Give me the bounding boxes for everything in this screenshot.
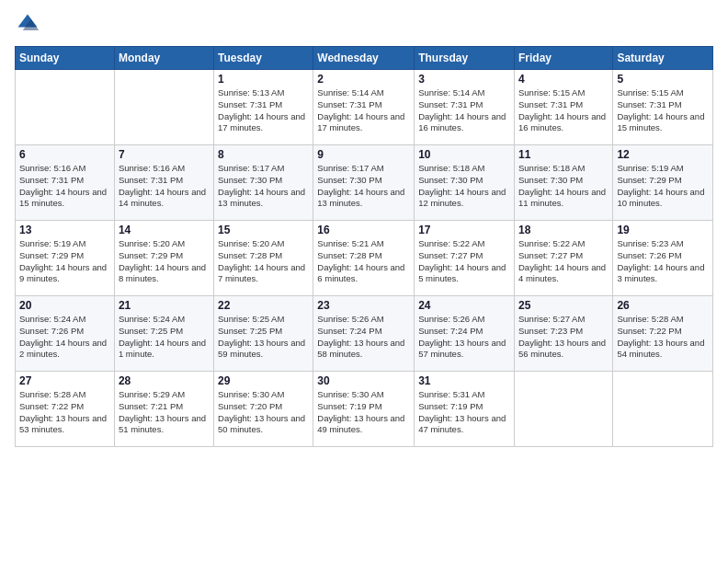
calendar-cell (16, 70, 115, 145)
day-number: 25 (518, 299, 609, 312)
page: SundayMondayTuesdayWednesdayThursdayFrid… (0, 0, 728, 563)
day-number: 31 (418, 374, 510, 387)
day-number: 16 (317, 224, 410, 236)
day-number: 28 (119, 374, 210, 387)
calendar-cell: 9Sunrise: 5:17 AM Sunset: 7:30 PM Daylig… (313, 145, 415, 221)
calendar-cell: 19Sunrise: 5:23 AM Sunset: 7:26 PM Dayli… (613, 221, 713, 296)
weekday-header: Tuesday (214, 47, 313, 70)
calendar-week-row: 6Sunrise: 5:16 AM Sunset: 7:31 PM Daylig… (16, 145, 713, 221)
calendar-cell: 6Sunrise: 5:16 AM Sunset: 7:31 PM Daylig… (16, 145, 115, 221)
calendar-week-row: 20Sunrise: 5:24 AM Sunset: 7:26 PM Dayli… (16, 296, 713, 372)
calendar: SundayMondayTuesdayWednesdayThursdayFrid… (15, 46, 713, 447)
day-info: Sunrise: 5:18 AM Sunset: 7:30 PM Dayligh… (518, 163, 609, 210)
day-number: 20 (19, 299, 110, 312)
calendar-cell: 27Sunrise: 5:28 AM Sunset: 7:22 PM Dayli… (16, 372, 115, 447)
day-number: 15 (218, 224, 309, 236)
day-info: Sunrise: 5:25 AM Sunset: 7:25 PM Dayligh… (218, 314, 309, 361)
calendar-cell: 22Sunrise: 5:25 AM Sunset: 7:25 PM Dayli… (214, 296, 313, 372)
day-info: Sunrise: 5:29 AM Sunset: 7:21 PM Dayligh… (119, 389, 210, 436)
calendar-cell: 20Sunrise: 5:24 AM Sunset: 7:26 PM Dayli… (16, 296, 115, 372)
calendar-cell: 7Sunrise: 5:16 AM Sunset: 7:31 PM Daylig… (114, 145, 213, 221)
day-info: Sunrise: 5:24 AM Sunset: 7:26 PM Dayligh… (19, 314, 110, 361)
calendar-cell: 30Sunrise: 5:30 AM Sunset: 7:19 PM Dayli… (313, 372, 415, 447)
day-info: Sunrise: 5:13 AM Sunset: 7:31 PM Dayligh… (218, 87, 309, 134)
day-number: 21 (119, 299, 210, 312)
day-number: 29 (218, 374, 309, 387)
day-info: Sunrise: 5:22 AM Sunset: 7:27 PM Dayligh… (418, 238, 510, 285)
day-info: Sunrise: 5:26 AM Sunset: 7:24 PM Dayligh… (418, 314, 510, 361)
calendar-cell: 8Sunrise: 5:17 AM Sunset: 7:30 PM Daylig… (214, 145, 313, 221)
day-number: 9 (317, 148, 410, 161)
calendar-week-row: 13Sunrise: 5:19 AM Sunset: 7:29 PM Dayli… (16, 221, 713, 296)
day-info: Sunrise: 5:20 AM Sunset: 7:28 PM Dayligh… (218, 238, 309, 285)
day-number: 18 (518, 224, 609, 236)
logo (15, 11, 44, 37)
day-info: Sunrise: 5:17 AM Sunset: 7:30 PM Dayligh… (317, 163, 410, 210)
day-info: Sunrise: 5:23 AM Sunset: 7:26 PM Dayligh… (617, 238, 709, 285)
day-info: Sunrise: 5:20 AM Sunset: 7:29 PM Dayligh… (119, 238, 210, 285)
calendar-cell: 31Sunrise: 5:31 AM Sunset: 7:19 PM Dayli… (415, 372, 515, 447)
day-number: 7 (119, 148, 210, 161)
day-number: 11 (518, 148, 609, 161)
calendar-cell: 11Sunrise: 5:18 AM Sunset: 7:30 PM Dayli… (514, 145, 612, 221)
calendar-cell: 28Sunrise: 5:29 AM Sunset: 7:21 PM Dayli… (114, 372, 213, 447)
day-info: Sunrise: 5:31 AM Sunset: 7:19 PM Dayligh… (418, 389, 510, 436)
calendar-cell: 26Sunrise: 5:28 AM Sunset: 7:22 PM Dayli… (613, 296, 713, 372)
day-number: 26 (617, 299, 709, 312)
day-info: Sunrise: 5:28 AM Sunset: 7:22 PM Dayligh… (19, 389, 110, 436)
day-info: Sunrise: 5:15 AM Sunset: 7:31 PM Dayligh… (617, 87, 709, 134)
calendar-week-row: 1Sunrise: 5:13 AM Sunset: 7:31 PM Daylig… (16, 70, 713, 145)
day-number: 12 (617, 148, 709, 161)
day-info: Sunrise: 5:28 AM Sunset: 7:22 PM Dayligh… (617, 314, 709, 361)
calendar-cell: 25Sunrise: 5:27 AM Sunset: 7:23 PM Dayli… (514, 296, 612, 372)
calendar-cell: 5Sunrise: 5:15 AM Sunset: 7:31 PM Daylig… (613, 70, 713, 145)
weekday-header: Sunday (16, 47, 115, 70)
day-info: Sunrise: 5:17 AM Sunset: 7:30 PM Dayligh… (218, 163, 309, 210)
day-number: 23 (317, 299, 410, 312)
calendar-cell: 14Sunrise: 5:20 AM Sunset: 7:29 PM Dayli… (114, 221, 213, 296)
day-info: Sunrise: 5:24 AM Sunset: 7:25 PM Dayligh… (119, 314, 210, 361)
day-info: Sunrise: 5:19 AM Sunset: 7:29 PM Dayligh… (19, 238, 110, 285)
weekday-header: Saturday (613, 47, 713, 70)
day-number: 1 (218, 73, 309, 86)
day-number: 19 (617, 224, 709, 236)
calendar-cell: 16Sunrise: 5:21 AM Sunset: 7:28 PM Dayli… (313, 221, 415, 296)
calendar-cell: 18Sunrise: 5:22 AM Sunset: 7:27 PM Dayli… (514, 221, 612, 296)
day-number: 8 (218, 148, 309, 161)
calendar-cell: 23Sunrise: 5:26 AM Sunset: 7:24 PM Dayli… (313, 296, 415, 372)
calendar-cell: 15Sunrise: 5:20 AM Sunset: 7:28 PM Dayli… (214, 221, 313, 296)
day-info: Sunrise: 5:22 AM Sunset: 7:27 PM Dayligh… (518, 238, 609, 285)
calendar-cell: 3Sunrise: 5:14 AM Sunset: 7:31 PM Daylig… (415, 70, 515, 145)
weekday-header: Wednesday (313, 47, 415, 70)
calendar-cell: 4Sunrise: 5:15 AM Sunset: 7:31 PM Daylig… (514, 70, 612, 145)
day-number: 27 (19, 374, 110, 387)
day-number: 24 (418, 299, 510, 312)
calendar-cell: 1Sunrise: 5:13 AM Sunset: 7:31 PM Daylig… (214, 70, 313, 145)
day-info: Sunrise: 5:21 AM Sunset: 7:28 PM Dayligh… (317, 238, 410, 285)
calendar-cell: 29Sunrise: 5:30 AM Sunset: 7:20 PM Dayli… (214, 372, 313, 447)
day-number: 17 (418, 224, 510, 236)
calendar-cell: 17Sunrise: 5:22 AM Sunset: 7:27 PM Dayli… (415, 221, 515, 296)
logo-icon (15, 11, 40, 37)
day-info: Sunrise: 5:30 AM Sunset: 7:20 PM Dayligh… (218, 389, 309, 436)
day-info: Sunrise: 5:16 AM Sunset: 7:31 PM Dayligh… (119, 163, 210, 210)
calendar-cell (114, 70, 213, 145)
day-number: 2 (317, 73, 410, 86)
day-number: 14 (119, 224, 210, 236)
day-number: 6 (19, 148, 110, 161)
header (15, 11, 713, 37)
day-number: 13 (19, 224, 110, 236)
day-number: 22 (218, 299, 309, 312)
calendar-cell: 10Sunrise: 5:18 AM Sunset: 7:30 PM Dayli… (415, 145, 515, 221)
weekday-header: Monday (114, 47, 213, 70)
day-info: Sunrise: 5:14 AM Sunset: 7:31 PM Dayligh… (418, 87, 510, 134)
day-info: Sunrise: 5:18 AM Sunset: 7:30 PM Dayligh… (418, 163, 510, 210)
day-info: Sunrise: 5:26 AM Sunset: 7:24 PM Dayligh… (317, 314, 410, 361)
calendar-cell (613, 372, 713, 447)
weekday-header: Friday (514, 47, 612, 70)
day-info: Sunrise: 5:30 AM Sunset: 7:19 PM Dayligh… (317, 389, 410, 436)
day-number: 5 (617, 73, 709, 86)
day-info: Sunrise: 5:27 AM Sunset: 7:23 PM Dayligh… (518, 314, 609, 361)
calendar-cell: 24Sunrise: 5:26 AM Sunset: 7:24 PM Dayli… (415, 296, 515, 372)
day-number: 3 (418, 73, 510, 86)
